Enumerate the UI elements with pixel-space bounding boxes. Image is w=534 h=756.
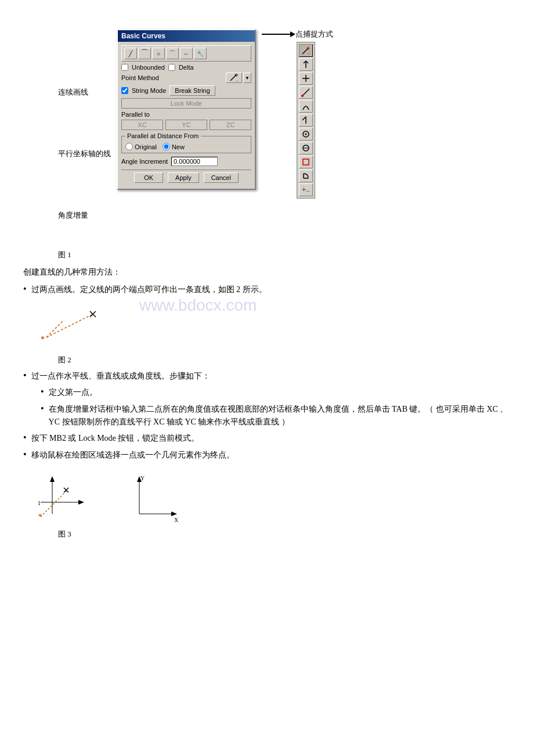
intro-text: 创建直线的几种常用方法：	[23, 266, 511, 279]
new-label: New	[172, 143, 185, 150]
svg-line-32	[41, 491, 67, 517]
fig2-container: *	[35, 303, 511, 351]
snap-btn-11[interactable]: +...	[299, 183, 313, 196]
snap-btn-3[interactable]	[299, 72, 313, 85]
ok-button[interactable]: OK	[134, 172, 163, 183]
yc-button[interactable]: YC	[165, 120, 207, 130]
side-label-2: 平行坐标轴的线	[58, 149, 111, 159]
original-label: Original	[135, 143, 157, 150]
break-string-button[interactable]: Break String	[169, 85, 215, 96]
svg-line-22	[46, 314, 93, 337]
svg-text:+: +	[236, 79, 239, 82]
delta-checkbox[interactable]	[168, 64, 175, 71]
parallel-to-label: Parallel to	[121, 111, 251, 118]
axis-buttons-row: XC YC ZC	[121, 120, 251, 130]
svg-line-23	[46, 320, 64, 337]
svg-rect-19	[303, 159, 309, 165]
point-method-row: Point Method + ▼	[121, 73, 251, 83]
step-text-1: 定义第一点。	[49, 386, 511, 399]
bullet-text-1: 过两点画线。定义线的两个端点即可作出一条直线，如图 2 所示。	[31, 283, 511, 296]
arc-tool-btn[interactable]: ⌒	[138, 48, 151, 59]
new-radio[interactable]	[163, 143, 170, 150]
fig1-text: 图 1	[58, 250, 71, 259]
svg-marker-29	[50, 476, 55, 482]
snap-toolbar: +	[297, 42, 315, 199]
fig2-label: 图 2	[58, 355, 511, 365]
zc-button[interactable]: ZC	[210, 120, 251, 130]
string-mode-row: String Mode Break String	[121, 85, 251, 96]
snap-btn-9[interactable]	[299, 156, 313, 168]
circle-tool-btn[interactable]: ○	[152, 48, 165, 59]
step-dot-4: •	[23, 450, 27, 459]
svg-line-11	[302, 89, 309, 96]
step-dot-2: •	[41, 404, 44, 413]
lock-mode-button[interactable]: Lock Mode	[121, 98, 251, 109]
bullet-item-1: • 过两点画线。定义线的两个端点即可作出一条直线，如图 2 所示。	[23, 283, 511, 296]
original-radio[interactable]	[125, 143, 133, 150]
svg-text:*: *	[38, 512, 42, 520]
fig2-svg: *	[35, 303, 128, 349]
step-text-2: 在角度增量对话框中输入第二点所在的角度值或在视图底部的对话框条中输入角度值，然后…	[49, 403, 511, 429]
step-item-4: • 移动鼠标在绘图区域选择一点或一个几何元素作为终点。	[23, 449, 511, 462]
side-label-3: 角度增量	[58, 210, 111, 221]
apply-button[interactable]: Apply	[168, 172, 199, 183]
snap-btn-7[interactable]	[299, 128, 313, 141]
parallel-to-section: Parallel to XC YC ZC	[121, 111, 251, 130]
original-new-radio-row: Original New	[125, 143, 247, 150]
step-item-1: • 定义第一点。	[41, 386, 511, 399]
fig1-label: 图 1	[58, 250, 511, 260]
snap-btn-10[interactable]	[299, 170, 313, 182]
side-label-1: 连续画线	[58, 87, 111, 98]
svg-text:X: X	[174, 517, 179, 523]
snap-btn-5[interactable]	[299, 100, 313, 113]
side-labels: 连续画线 平行坐标轴的线 角度增量	[58, 87, 111, 243]
fig3-svg-left: 1 *	[35, 467, 104, 525]
snap-btn-8[interactable]	[299, 142, 313, 154]
dialog-titlebar: Basic Curves	[118, 30, 255, 42]
fig3-svg-right: Y X	[128, 473, 186, 525]
bullet-dot-2: •	[23, 371, 27, 380]
angle-increment-label: Angle Increment	[121, 158, 168, 165]
step-text-4: 移动鼠标在绘图区域选择一点或一个几何元素作为终点。	[31, 449, 511, 462]
string-mode-checkbox[interactable]	[121, 87, 128, 94]
svg-text:Y: Y	[140, 475, 145, 481]
step-dot-1: •	[41, 387, 44, 397]
lock-mode-row: Lock Mode	[121, 98, 251, 109]
line-tool-btn[interactable]: ╱	[124, 48, 137, 59]
spline-tool-btn[interactable]: ←	[180, 48, 193, 59]
svg-point-16	[305, 134, 307, 135]
svg-marker-40	[171, 512, 177, 516]
svg-text:*: *	[41, 335, 45, 344]
original-radio-item: Original	[125, 143, 157, 150]
xc-button[interactable]: XC	[121, 120, 163, 130]
wrench-tool-btn[interactable]: 🔧	[194, 48, 207, 59]
fig2-text: 图 2	[58, 355, 71, 364]
curve-tool-btn[interactable]: ⌒	[166, 48, 179, 59]
bullet-dot-1: •	[23, 285, 27, 294]
snap-btn-2[interactable]	[299, 58, 313, 71]
snap-btn-4[interactable]	[299, 86, 313, 99]
fig3-label: 图 3	[58, 529, 511, 539]
fig3-text: 图 3	[58, 530, 71, 538]
curves-toolbar: ╱ ⌒ ○ ⌒ ← 🔧	[121, 45, 251, 62]
new-radio-item: New	[163, 143, 185, 150]
point-method-dropdown-btn[interactable]: ▼	[243, 73, 251, 83]
fig3-container: 1 * Y X	[35, 467, 511, 525]
angle-increment-row: Angle Increment	[121, 157, 251, 166]
basic-curves-dialog: Basic Curves ╱ ⌒ ○ ⌒ ← 🔧 Unbounded	[117, 29, 256, 190]
unbounded-checkbox[interactable]	[121, 64, 128, 71]
unbounded-delta-row: Unbounded Delta	[121, 64, 251, 71]
bullet-text-2: 过一点作水平线、垂直线或成角度线。步骤如下：	[31, 370, 511, 383]
delta-label: Delta	[179, 64, 194, 71]
step-dot-3: •	[23, 433, 27, 442]
point-method-btn[interactable]: +	[226, 73, 242, 83]
dialog-area: 连续画线 平行坐标轴的线 角度增量 Basic Curves ╱ ⌒ ○ ⌒ ←…	[58, 29, 511, 243]
string-mode-label: String Mode	[132, 87, 166, 94]
snap-btn-6[interactable]	[299, 114, 313, 127]
svg-point-12	[301, 95, 304, 97]
angle-increment-input[interactable]	[171, 157, 218, 166]
svg-marker-30	[78, 500, 84, 505]
snap-label: 点捕捉方式	[295, 29, 333, 39]
snap-btn-1[interactable]: +	[299, 44, 313, 57]
cancel-button[interactable]: Cancel	[204, 172, 239, 183]
